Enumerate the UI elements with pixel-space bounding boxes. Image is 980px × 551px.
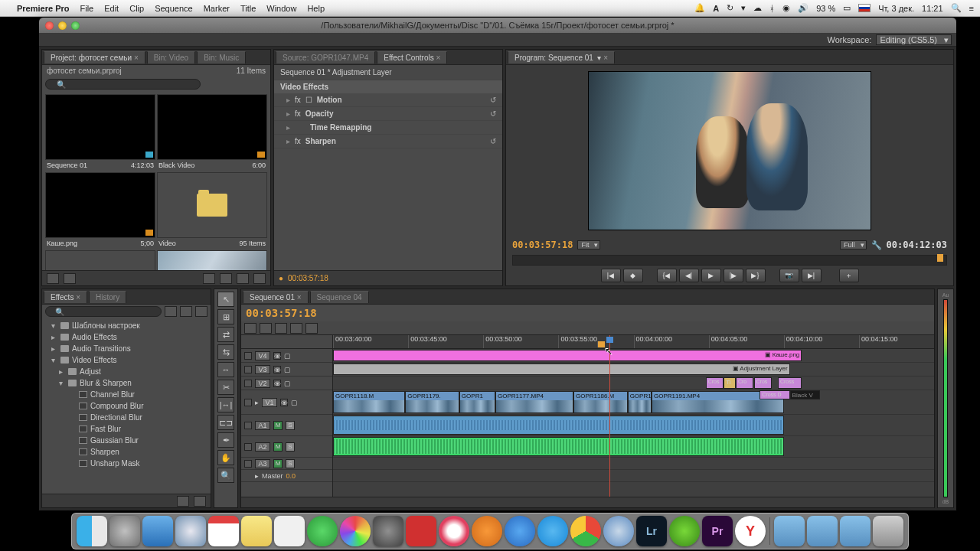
zoom-tool[interactable]: 🔍 — [217, 468, 234, 483]
dropdown-icon[interactable]: ▾ — [741, 3, 746, 13]
dock-premiere-icon[interactable]: Pr — [702, 516, 733, 546]
notification-icon[interactable]: 🔔 — [694, 3, 705, 13]
clip-gopr1118[interactable]: GOPR1118.M — [333, 391, 405, 413]
time-ruler[interactable]: 00:03:40:0000:03:45:0000:03:50:0000:03:5… — [333, 335, 934, 349]
dock-itunes-icon[interactable] — [439, 516, 469, 546]
track-v4[interactable]: ▣ Каше.png — [333, 349, 934, 363]
track-v2[interactable]: Cros Ti Cro Cros Cross — [333, 377, 934, 390]
clip-gopr1177[interactable]: GOPR1177.MP4 — [495, 391, 573, 413]
fx-node-audio-transitions[interactable]: ▸Audio Transitions — [42, 343, 211, 354]
menu-edit[interactable]: Edit — [104, 4, 119, 13]
rolling-edit-tool[interactable]: ⇆ — [217, 344, 234, 360]
program-scrubber[interactable] — [512, 255, 947, 266]
tab-sequence-01[interactable]: Sequence 01 — [243, 291, 309, 303]
step-forward-button[interactable]: |▶ — [724, 269, 743, 282]
dock-vox-icon[interactable] — [472, 516, 502, 546]
clip-audio-1[interactable] — [333, 416, 784, 435]
dock-folder1-icon[interactable] — [774, 516, 805, 546]
timeline-tracks[interactable]: 00:03:40:0000:03:45:0000:03:50:0000:03:5… — [333, 335, 934, 497]
track-select-tool[interactable]: ⊞ — [217, 309, 234, 324]
fx-badge-accel-button[interactable] — [195, 306, 207, 317]
minimize-window-button[interactable] — [58, 21, 67, 30]
step-forward-5-button[interactable]: ▶} — [746, 269, 766, 282]
playhead[interactable] — [609, 335, 610, 497]
ripple-edit-tool[interactable]: ⇄ — [217, 327, 234, 342]
menu-window[interactable]: Window — [266, 4, 296, 13]
menu-title[interactable]: Title — [240, 4, 256, 13]
volume-icon[interactable]: 🔊 — [798, 3, 808, 13]
track-v1[interactable]: GOPR1118.M GOPR1179. GOPR1 GOPR1177.MP4 … — [333, 390, 934, 415]
dock-safari2-icon[interactable] — [603, 516, 634, 546]
effect-sharpen[interactable]: ▸fxSharpen↺ — [274, 135, 502, 148]
effect-opacity[interactable]: ▸fxOpacity↺ — [274, 107, 502, 121]
marker-button[interactable] — [260, 323, 272, 334]
clip-cross-dissolve[interactable]: Cross D — [760, 390, 789, 399]
bluetooth-icon[interactable]: ᚼ — [769, 4, 775, 13]
project-item-video-bin[interactable]: Video95 Items — [157, 172, 267, 249]
track-a2[interactable] — [333, 436, 934, 458]
export-frame-button[interactable]: 📷 — [779, 269, 799, 282]
menu-sequence[interactable]: Sequence — [155, 4, 193, 13]
dock-finder-icon[interactable] — [77, 516, 107, 546]
new-item-button[interactable] — [237, 273, 249, 284]
step-back-button[interactable]: ◀| — [679, 269, 699, 282]
fx-node-blur-sharpen[interactable]: ▾Blur & Sharpen — [42, 377, 211, 389]
find-button[interactable] — [203, 273, 215, 284]
new-bin-button[interactable] — [220, 273, 232, 284]
dock-lightroom-icon[interactable]: Lr — [636, 516, 667, 546]
project-item-kashe[interactable]: Каше.png5;00 — [45, 172, 155, 249]
clip-cross-3[interactable]: Cros — [754, 377, 773, 389]
go-to-in-button[interactable]: |◀ — [601, 269, 621, 282]
fx-node-adjust[interactable]: ▸Adjust — [42, 366, 211, 377]
fx-node-unsharp-mask[interactable]: Unsharp Mask — [42, 458, 211, 469]
dock-trash-icon[interactable] — [873, 516, 903, 546]
timeline-timecode[interactable]: 00:03:57:18 — [246, 307, 317, 319]
menu-marker[interactable]: Marker — [204, 4, 230, 13]
fx-node-compound-blur[interactable]: Compound Blur — [42, 400, 211, 412]
sync-icon[interactable]: ↻ — [727, 3, 733, 13]
button-editor-button[interactable]: ＋ — [839, 269, 859, 282]
fx-node-fast-blur[interactable]: Fast Blur — [42, 423, 211, 435]
clip-cross-2[interactable]: Cro — [736, 377, 754, 389]
clip-black-video[interactable]: Black V — [790, 390, 820, 399]
project-item-black-video[interactable]: Black Video6:00 — [157, 94, 267, 171]
out-marker-icon[interactable] — [937, 254, 943, 262]
tab-bin-music[interactable]: Bin: Music — [197, 51, 246, 64]
tab-project[interactable]: Project: фотосет семьи — [44, 51, 145, 64]
menu-file[interactable]: File — [80, 4, 93, 13]
menubar-date[interactable]: Чт, 3 дек. — [878, 4, 914, 13]
spotlight-icon[interactable]: 🔍 — [951, 3, 962, 13]
play-button[interactable]: ▶ — [701, 269, 721, 282]
battery-icon[interactable]: ▭ — [843, 3, 851, 13]
dock-red-icon[interactable] — [406, 516, 436, 546]
dock-settings-icon[interactable] — [373, 516, 403, 546]
track-header-a3[interactable]: A3MS — [241, 458, 332, 470]
dock-mail-icon[interactable] — [142, 516, 173, 546]
insert-button[interactable] — [275, 323, 287, 334]
track-header-a1[interactable]: A1MS — [241, 415, 332, 436]
menu-extra-icon[interactable]: ≡ — [969, 4, 974, 13]
clip-gopr1179[interactable]: GOPR1179. — [405, 391, 459, 413]
menu-help[interactable]: Help — [307, 4, 325, 13]
track-a1[interactable] — [333, 415, 934, 436]
track-master[interactable] — [333, 470, 934, 482]
clip-audio-2[interactable] — [333, 437, 784, 456]
project-item-folder2[interactable] — [45, 250, 155, 270]
icon-view-button[interactable] — [64, 273, 76, 284]
tab-source[interactable]: Source: GOPR1047.MP4 — [276, 51, 375, 64]
overwrite-button[interactable] — [290, 323, 302, 334]
effects-search-input[interactable] — [45, 306, 162, 317]
fx-node-sharpen[interactable]: Sharpen — [42, 446, 211, 458]
tab-sequence-04[interactable]: Sequence 04 — [310, 291, 369, 303]
slip-tool[interactable]: |↔| — [217, 397, 234, 412]
tab-program[interactable]: Program: Sequence 01 ▾ — [508, 51, 615, 64]
rate-stretch-tool[interactable]: ↔ — [217, 362, 234, 377]
zoom-window-button[interactable] — [71, 21, 80, 30]
fx-node-directional-blur[interactable]: Directional Blur — [42, 412, 211, 423]
project-item-clip[interactable] — [157, 250, 267, 270]
tab-effect-controls[interactable]: Effect Controls — [377, 51, 447, 64]
resolution-select[interactable]: Full — [840, 240, 867, 249]
input-source-icon[interactable] — [858, 4, 871, 12]
track-header-v2[interactable]: V2👁▢ — [241, 377, 332, 390]
dock-calendar-icon[interactable] — [208, 516, 239, 546]
